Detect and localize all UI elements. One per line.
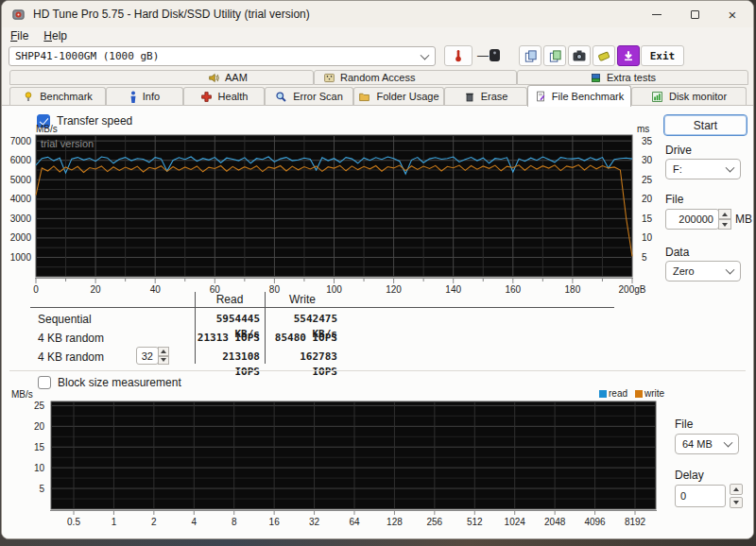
chevron-down-icon <box>421 50 430 60</box>
svg-text:6000: 6000 <box>10 155 32 165</box>
maximize-button[interactable] <box>676 1 713 27</box>
menu-help[interactable]: Help <box>43 29 67 43</box>
start-button[interactable]: Start <box>663 114 747 136</box>
chevron-down-icon <box>726 265 735 275</box>
svg-text:2: 2 <box>151 517 157 527</box>
tab-health-label: Health <box>218 91 249 102</box>
screenshot-button[interactable] <box>568 45 591 66</box>
tab-info-label: Info <box>143 91 160 102</box>
copy-results-icon <box>524 49 538 63</box>
sequential-write-value: 5542475 KB/s <box>269 312 337 327</box>
drive-select[interactable]: F: <box>665 159 741 179</box>
save-results-button[interactable] <box>593 45 615 66</box>
minimize-button[interactable] <box>638 1 676 27</box>
drive-selector-value: SHPP41-1000GM (1000 gB) <box>15 50 159 62</box>
tab-benchmark[interactable]: Benchmark <box>9 87 106 105</box>
section-divider <box>9 370 746 371</box>
svg-text:1024: 1024 <box>505 517 526 527</box>
start-label: Start <box>694 119 717 132</box>
tab-file-benchmark-label: File Benchmark <box>552 91 624 102</box>
erase-icon <box>464 91 475 103</box>
tab-aam-content[interactable]: AAM <box>208 71 248 84</box>
tab-file-benchmark[interactable]: File Benchmark <box>527 85 631 107</box>
svg-text:120: 120 <box>386 284 402 295</box>
stepper-up-button[interactable] <box>158 347 169 356</box>
block-file-size-value: 64 MB <box>682 438 713 450</box>
close-icon: × <box>729 8 737 22</box>
svg-text:2048: 2048 <box>544 517 566 527</box>
tab-error-scan-label: Error Scan <box>293 91 343 102</box>
delay-value: 0 <box>680 490 686 502</box>
exit-label: Exit <box>650 50 676 62</box>
queue-depth-input[interactable]: 32 <box>136 347 159 365</box>
arrow-down-icon <box>161 358 166 362</box>
drive-selector[interactable]: SHPP41-1000GM (1000 gB) <box>9 46 436 66</box>
temperature-button[interactable] <box>444 45 472 66</box>
data-pattern-select[interactable]: Zero <box>665 261 741 282</box>
stepper-down-button[interactable] <box>730 497 743 508</box>
stepper-up-button[interactable] <box>718 209 731 219</box>
tab-benchmark-label: Benchmark <box>40 91 93 102</box>
benchmark-icon <box>23 91 34 103</box>
file-size-value: 200000 <box>679 213 713 225</box>
delay-input[interactable]: 0 <box>675 485 726 507</box>
svg-text:10: 10 <box>34 463 45 473</box>
tab-disk-monitor[interactable]: Disk monitor <box>631 87 747 105</box>
data-label: Data <box>665 246 689 259</box>
row-sequential-label: Sequential <box>38 312 92 327</box>
queue-depth-stepper[interactable] <box>158 347 169 365</box>
svg-text:MB/s: MB/s <box>36 125 58 134</box>
tab-health[interactable]: Health <box>183 87 265 105</box>
svg-text:140: 140 <box>445 284 461 295</box>
info-icon <box>129 91 137 103</box>
svg-text:8192: 8192 <box>625 517 646 527</box>
svg-text:16: 16 <box>269 517 281 527</box>
tab-random-access-content[interactable]: Random Access <box>323 71 415 84</box>
tab-random-access-label: Random Access <box>340 72 415 83</box>
arrow-up-icon <box>722 213 728 216</box>
svg-text:30: 30 <box>642 155 653 165</box>
folder-icon <box>358 91 370 103</box>
block-file-size-select[interactable]: 64 MB <box>675 434 739 454</box>
close-button[interactable]: × <box>713 1 751 27</box>
toolbar: SHPP41-1000GM (1000 gB) — <box>2 44 753 69</box>
tab-aam-label: AAM <box>225 72 248 83</box>
delay-stepper[interactable] <box>730 484 743 508</box>
tab-info[interactable]: Info <box>106 87 183 105</box>
chevron-down-icon <box>726 163 735 173</box>
file-benchmark-panel: Transfer speed 0204060801001201401601802… <box>2 105 753 538</box>
stepper-down-button[interactable] <box>158 356 169 366</box>
stepper-down-button[interactable] <box>718 219 731 230</box>
tab-folder-usage-label: Folder Usage <box>376 91 438 102</box>
svg-text:4: 4 <box>192 517 198 527</box>
exit-button[interactable]: Exit <box>641 45 684 66</box>
svg-text:5: 5 <box>39 484 44 494</box>
copy-compare-button[interactable] <box>543 45 566 66</box>
svg-text:35: 35 <box>642 136 653 146</box>
random-write-value: 85480 IOPS <box>269 331 337 346</box>
row-4kb-random-label: 4 KB random <box>38 331 104 346</box>
svg-text:4000: 4000 <box>10 194 32 204</box>
copy-results-button[interactable] <box>519 45 541 66</box>
menu-file[interactable]: File <box>10 29 28 43</box>
svg-text:160: 160 <box>505 284 521 295</box>
file-size-stepper[interactable] <box>718 209 731 230</box>
tab-erase[interactable]: Erase <box>444 87 527 105</box>
tab-aam[interactable] <box>9 70 314 85</box>
row-4kb-random-qd32-label: 4 KB random <box>38 350 104 365</box>
svg-text:15: 15 <box>642 213 653 224</box>
file-size-input[interactable]: 200000 <box>665 209 719 230</box>
svg-text:10: 10 <box>642 232 653 243</box>
app-window: HD Tune Pro 5.75 - Hard Disk/SSD Utility… <box>1 0 754 539</box>
stepper-up-button[interactable] <box>730 484 743 495</box>
menubar: File Help <box>2 27 753 44</box>
tab-extra-tests-content[interactable]: Extra tests <box>590 71 656 84</box>
tab-folder-usage[interactable]: Folder Usage <box>353 87 444 105</box>
download-button[interactable] <box>617 45 640 66</box>
svg-text:180: 180 <box>565 284 581 295</box>
error-scan-icon <box>275 91 287 103</box>
tab-error-scan[interactable]: Error Scan <box>265 87 353 105</box>
delay-label: Delay <box>675 469 704 482</box>
transfer-speed-chart: 020406080100120140160180200gB70006000500… <box>2 125 663 297</box>
random-read-value: 21313 IOPS <box>196 331 260 346</box>
